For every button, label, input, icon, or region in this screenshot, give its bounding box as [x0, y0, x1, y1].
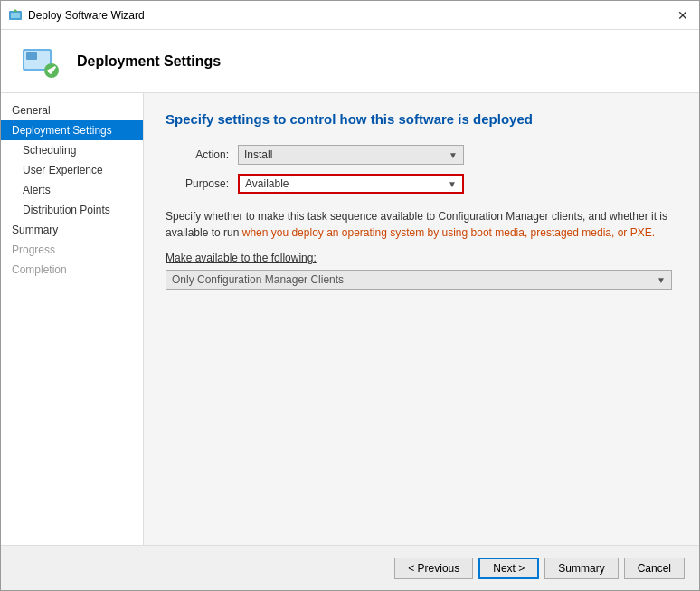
svg-rect-1: [11, 13, 20, 18]
content-area: Specify settings to control how this sof…: [144, 93, 699, 545]
sidebar: General Deployment Settings Scheduling U…: [1, 93, 144, 545]
make-available-dropdown-arrow: ▼: [657, 275, 666, 285]
purpose-label: Purpose:: [166, 177, 229, 190]
title-bar-text: Deploy Software Wizard: [28, 9, 674, 22]
cancel-button[interactable]: Cancel: [624, 558, 685, 579]
purpose-dropdown-arrow: ▼: [448, 179, 457, 189]
sidebar-item-scheduling[interactable]: Scheduling: [1, 140, 143, 160]
sidebar-item-alerts[interactable]: Alerts: [1, 180, 143, 200]
svg-rect-5: [26, 52, 37, 60]
sidebar-item-distribution-points[interactable]: Distribution Points: [1, 200, 143, 220]
sidebar-item-progress: Progress: [1, 240, 143, 260]
sidebar-item-completion: Completion: [1, 260, 143, 280]
action-dropdown[interactable]: Install ▼: [238, 145, 464, 165]
purpose-dropdown[interactable]: Available ▼: [238, 174, 464, 194]
summary-label: Summary: [558, 562, 604, 575]
svg-marker-2: [13, 9, 18, 12]
next-label: Next >: [493, 562, 525, 575]
wizard-icon: [19, 40, 62, 83]
make-available-dropdown[interactable]: Only Configuration Manager Clients ▼: [166, 270, 672, 290]
purpose-value: Available: [245, 177, 289, 190]
wizard-body: General Deployment Settings Scheduling U…: [1, 93, 699, 545]
action-label: Action:: [166, 148, 229, 161]
make-available-value: Only Configuration Manager Clients: [172, 273, 344, 286]
summary-button[interactable]: Summary: [544, 558, 618, 579]
make-available-label: Make available to the following:: [166, 252, 677, 264]
title-bar: Deploy Software Wizard ✕: [1, 1, 699, 30]
action-value: Install: [244, 148, 272, 161]
sidebar-item-deployment-settings[interactable]: Deployment Settings: [1, 120, 143, 140]
previous-label: < Previous: [408, 562, 459, 575]
action-row: Action: Install ▼: [166, 145, 677, 165]
action-dropdown-arrow: ▼: [449, 150, 458, 160]
title-bar-icon: [8, 8, 23, 23]
close-button[interactable]: ✕: [674, 6, 692, 24]
description-highlight: when you deploy an operating system by u…: [242, 226, 655, 239]
previous-button[interactable]: < Previous: [394, 558, 473, 579]
next-button[interactable]: Next >: [478, 558, 539, 579]
wizard-window: Deploy Software Wizard ✕ Deployment Sett…: [0, 0, 700, 591]
purpose-row: Purpose: Available ▼: [166, 174, 677, 194]
sidebar-item-user-experience[interactable]: User Experience: [1, 160, 143, 180]
content-title: Specify settings to control how this sof…: [166, 111, 677, 127]
cancel-label: Cancel: [638, 562, 671, 575]
description-text: Specify whether to make this task sequen…: [166, 208, 672, 241]
wizard-header-title: Deployment Settings: [77, 53, 221, 70]
wizard-footer: < Previous Next > Summary Cancel: [1, 545, 699, 590]
sidebar-item-general[interactable]: General: [1, 100, 143, 120]
sidebar-item-summary[interactable]: Summary: [1, 220, 143, 240]
wizard-header: Deployment Settings: [1, 30, 699, 93]
